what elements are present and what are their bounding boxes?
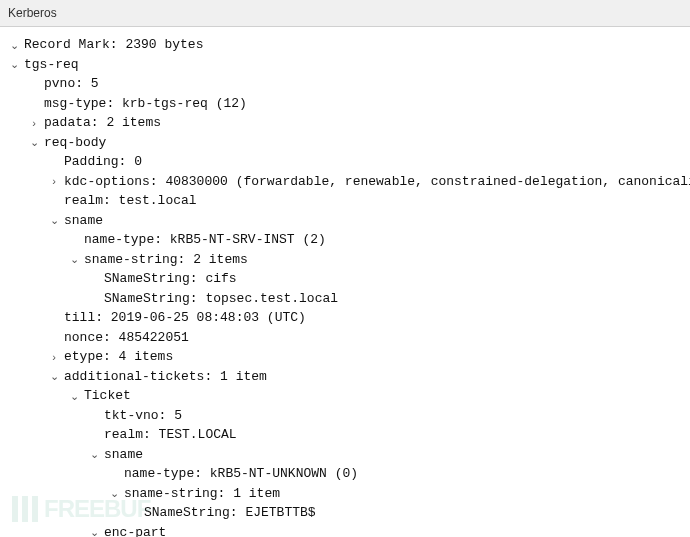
tree-row-padata[interactable]: ›padata: 2 items (4, 113, 686, 133)
tree-row-tkt-vno[interactable]: tkt-vno: 5 (4, 406, 686, 426)
tree-label: name-type: kRB5-NT-SRV-INST (2) (84, 230, 326, 250)
tree-row-ticket-name-type[interactable]: name-type: kRB5-NT-UNKNOWN (0) (4, 464, 686, 484)
tree-label: msg-type: krb-tgs-req (12) (44, 94, 247, 114)
tree-label: SNameString: EJETBTTB$ (144, 503, 316, 523)
tree-label: kdc-options: 40830000 (forwardable, rene… (64, 172, 690, 192)
tree-row-name-type[interactable]: name-type: kRB5-NT-SRV-INST (2) (4, 230, 686, 250)
tree-label: Ticket (84, 386, 131, 406)
tree-label: nonce: 485422051 (64, 328, 189, 348)
tree-label: till: 2019-06-25 08:48:03 (UTC) (64, 308, 306, 328)
chevron-down-icon[interactable]: ⌄ (64, 251, 84, 268)
tree-label: sname-string: 1 item (124, 484, 280, 504)
chevron-down-icon[interactable]: ⌄ (64, 388, 84, 405)
tree-label: tkt-vno: 5 (104, 406, 182, 426)
chevron-right-icon[interactable]: › (44, 349, 64, 366)
tree-row-tgs-req[interactable]: ⌄tgs-req (4, 55, 686, 75)
tree-row-record-mark[interactable]: ⌄Record Mark: 2390 bytes (4, 35, 686, 55)
tree-label: SNameString: topsec.test.local (104, 289, 338, 309)
tree-row-sname-string-0[interactable]: SNameString: cifs (4, 269, 686, 289)
tree-row-ticket-realm[interactable]: realm: TEST.LOCAL (4, 425, 686, 445)
tree-row-msg-type[interactable]: msg-type: krb-tgs-req (12) (4, 94, 686, 114)
chevron-down-icon[interactable]: ⌄ (104, 485, 124, 502)
tree-row-nonce[interactable]: nonce: 485422051 (4, 328, 686, 348)
chevron-down-icon[interactable]: ⌄ (24, 134, 44, 151)
tree-label: enc-part (104, 523, 166, 538)
tree-label: tgs-req (24, 55, 79, 75)
chevron-down-icon[interactable]: ⌄ (84, 524, 104, 537)
chevron-down-icon[interactable]: ⌄ (84, 446, 104, 463)
tree-row-realm[interactable]: realm: test.local (4, 191, 686, 211)
tree-row-padding[interactable]: Padding: 0 (4, 152, 686, 172)
tree-label: etype: 4 items (64, 347, 173, 367)
tree-label: padata: 2 items (44, 113, 161, 133)
tree-row-additional-tickets[interactable]: ⌄additional-tickets: 1 item (4, 367, 686, 387)
tree-row-till[interactable]: till: 2019-06-25 08:48:03 (UTC) (4, 308, 686, 328)
tree-label: name-type: kRB5-NT-UNKNOWN (0) (124, 464, 358, 484)
tree-label: SNameString: cifs (104, 269, 237, 289)
tree-row-ticket[interactable]: ⌄Ticket (4, 386, 686, 406)
tree-label: sname (64, 211, 103, 231)
chevron-down-icon[interactable]: ⌄ (44, 368, 64, 385)
tree-row-ticket-sname[interactable]: ⌄sname (4, 445, 686, 465)
chevron-right-icon[interactable]: › (44, 173, 64, 190)
tree-row-ticket-sname-0[interactable]: SNameString: EJETBTTB$ (4, 503, 686, 523)
tree-label: realm: TEST.LOCAL (104, 425, 237, 445)
tree-row-ticket-sname-string[interactable]: ⌄sname-string: 1 item (4, 484, 686, 504)
tree-row-pvno[interactable]: pvno: 5 (4, 74, 686, 94)
chevron-down-icon[interactable]: ⌄ (4, 56, 24, 73)
tree-label: pvno: 5 (44, 74, 99, 94)
tree-label: Padding: 0 (64, 152, 142, 172)
chevron-down-icon[interactable]: ⌄ (44, 212, 64, 229)
tree-label: realm: test.local (64, 191, 197, 211)
tree-label: Record Mark: 2390 bytes (24, 35, 203, 55)
chevron-down-icon[interactable]: ⌄ (4, 37, 24, 54)
tree-row-sname[interactable]: ⌄sname (4, 211, 686, 231)
tree-row-sname-string[interactable]: ⌄sname-string: 2 items (4, 250, 686, 270)
tree-label: additional-tickets: 1 item (64, 367, 267, 387)
tree-row-sname-string-1[interactable]: SNameString: topsec.test.local (4, 289, 686, 309)
tree-label: req-body (44, 133, 106, 153)
tree-row-enc-part[interactable]: ⌄enc-part (4, 523, 686, 538)
packet-tree: ⌄Record Mark: 2390 bytes⌄tgs-reqpvno: 5m… (0, 27, 690, 537)
panel-title: Kerberos (8, 6, 57, 20)
tree-label: sname (104, 445, 143, 465)
tree-label: sname-string: 2 items (84, 250, 248, 270)
tree-row-kdc-options[interactable]: ›kdc-options: 40830000 (forwardable, ren… (4, 172, 686, 192)
chevron-right-icon[interactable]: › (24, 115, 44, 132)
tree-row-req-body[interactable]: ⌄req-body (4, 133, 686, 153)
panel-header: Kerberos (0, 0, 690, 27)
tree-row-etype[interactable]: ›etype: 4 items (4, 347, 686, 367)
